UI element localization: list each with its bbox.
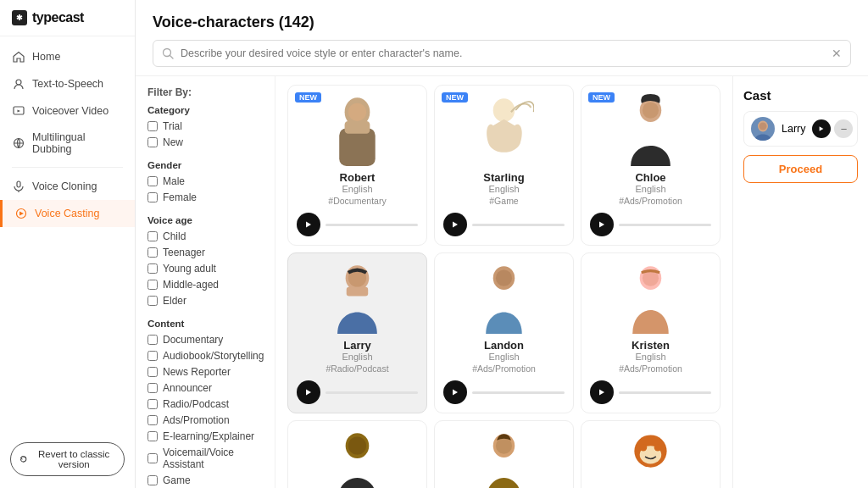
- search-clear-button[interactable]: ✕: [832, 47, 842, 60]
- filter-audiobook[interactable]: Audiobook/Storytelling: [147, 350, 263, 362]
- char-lang-robert: English: [297, 184, 418, 194]
- char-card-larry[interactable]: Larry English #Radio/Podcast: [287, 252, 427, 413]
- char-lang-chloe: English: [590, 184, 711, 194]
- char-info-larry: Larry English #Radio/Podcast: [297, 339, 418, 374]
- main-header: Voice-characters (142) ✕: [136, 0, 868, 76]
- sidebar-item-tts[interactable]: Text-to-Speech: [0, 70, 135, 97]
- filter-section-content: Content Documentary Audiobook/Storytelli…: [147, 319, 263, 488]
- voice-age-title: Voice age: [147, 215, 263, 225]
- cast-play-button-larry[interactable]: [812, 119, 831, 138]
- play-button-kristen[interactable]: [590, 380, 614, 404]
- tts-icon: [12, 77, 25, 91]
- char-card-chloe[interactable]: NEW Chloe English #Ads/Promotion: [581, 85, 721, 246]
- char-tag-larry: #Radio/Podcast: [297, 363, 418, 374]
- sidebar-item-voice-cloning[interactable]: Voice Cloning: [0, 173, 135, 200]
- filter-elder[interactable]: Elder: [147, 295, 263, 307]
- cast-item-larry: Larry −: [743, 111, 858, 147]
- filter-documentary[interactable]: Documentary: [147, 334, 263, 346]
- play-button-chloe[interactable]: [590, 213, 614, 236]
- char-card-kristen[interactable]: Kristen English #Ads/Promotion: [581, 252, 721, 413]
- char-card-ron[interactable]: Ron English #Documentary: [287, 420, 427, 488]
- proceed-button[interactable]: Proceed: [743, 155, 858, 183]
- filter-child[interactable]: Child: [147, 230, 263, 242]
- char-info-kristen: Kristen English #Ads/Promotion: [590, 339, 711, 374]
- filter-ads-promotion[interactable]: Ads/Promotion: [147, 414, 263, 426]
- filter-new[interactable]: New: [147, 136, 263, 148]
- new-badge: NEW: [442, 92, 468, 103]
- char-card-robert[interactable]: NEW Robert English #Documentary: [287, 85, 427, 246]
- filter-announcer[interactable]: Announcer: [147, 382, 263, 394]
- char-lang-starling: English: [443, 184, 565, 194]
- char-card-chester[interactable]: Chester English #Game: [581, 420, 721, 488]
- char-avatar-landon: [475, 262, 534, 334]
- filter-teenager[interactable]: Teenager: [147, 247, 263, 258]
- char-avatar-chloe: [621, 94, 681, 166]
- filter-voicemail[interactable]: Voicemail/Voice Assistant: [147, 446, 263, 470]
- play-button-landon[interactable]: [443, 380, 467, 404]
- search-input[interactable]: [181, 47, 825, 59]
- char-avatar-larry: [328, 262, 387, 334]
- multilingual-icon: [12, 136, 25, 150]
- char-lang-larry: English: [297, 352, 418, 362]
- filter-radio-podcast[interactable]: Radio/Podcast: [147, 398, 263, 410]
- sidebar-item-multilingual[interactable]: Multilingual Dubbing: [0, 125, 135, 162]
- filter-middle-aged[interactable]: Middle-aged: [147, 279, 263, 291]
- home-icon: [12, 50, 25, 64]
- char-card-starling[interactable]: NEW Starling English #Game: [434, 85, 574, 246]
- filter-young-adult[interactable]: Young adult: [147, 263, 263, 274]
- page-title: Voice-characters (142): [153, 14, 851, 31]
- svg-rect-15: [346, 287, 368, 297]
- filter-female[interactable]: Female: [147, 191, 263, 203]
- voice-cloning-icon: [12, 180, 25, 193]
- char-info-robert: Robert English #Documentary: [297, 171, 418, 206]
- cast-name-larry: Larry: [782, 123, 805, 135]
- char-card-landon[interactable]: Landon English #Ads/Promotion: [434, 252, 574, 413]
- cast-remove-button-larry[interactable]: −: [834, 119, 853, 138]
- play-button-starling[interactable]: [443, 213, 467, 236]
- char-lang-landon: English: [443, 352, 565, 362]
- svg-point-23: [495, 438, 511, 454]
- char-controls-chloe: [590, 213, 711, 236]
- revert-button[interactable]: Revert to classic version: [10, 442, 125, 476]
- filter-elearning[interactable]: E-learning/Explainer: [147, 430, 263, 442]
- filter-game[interactable]: Game: [147, 474, 263, 486]
- char-avatar-robert: [328, 94, 387, 166]
- filter-male[interactable]: Male: [147, 175, 263, 187]
- char-avatar-kristen: [621, 262, 681, 334]
- cast-panel: Cast Larry − Proceed: [732, 76, 868, 488]
- revert-button-label: Revert to classic version: [32, 449, 115, 469]
- cast-controls-larry: −: [812, 119, 853, 138]
- play-button-robert[interactable]: [297, 213, 320, 236]
- svg-point-26: [639, 444, 647, 452]
- search-icon: [162, 47, 174, 59]
- logo: ✱ typecast: [0, 0, 135, 36]
- char-name-starling: Starling: [443, 171, 565, 184]
- progress-bar-kristen: [619, 391, 711, 394]
- sidebar-item-voice-casting[interactable]: Voice Casting: [0, 200, 135, 227]
- char-name-larry: Larry: [297, 339, 418, 352]
- search-bar: ✕: [153, 40, 851, 67]
- sidebar-item-tts-label: Text-to-Speech: [32, 78, 103, 90]
- cast-avatar-larry: [751, 117, 775, 141]
- char-card-carol[interactable]: Carol English #Documentary: [434, 420, 574, 488]
- svg-point-21: [348, 437, 365, 455]
- svg-point-51: [760, 123, 767, 130]
- sidebar-item-home[interactable]: Home: [0, 43, 135, 70]
- svg-rect-7: [339, 128, 376, 166]
- svg-point-12: [642, 103, 658, 119]
- main-area: Voice-characters (142) ✕ Filter By: Cate…: [136, 0, 868, 488]
- filter-trial[interactable]: Trial: [147, 120, 263, 132]
- svg-point-17: [495, 270, 511, 286]
- char-name-landon: Landon: [443, 339, 565, 352]
- sidebar: ✱ typecast Home Text-to-Speech Voiceover…: [0, 0, 136, 488]
- char-avatar-carol: [475, 430, 534, 488]
- sidebar-item-voiceover[interactable]: Voiceover Video: [0, 97, 135, 125]
- characters-grid: NEW Robert English #Documentary NEW: [275, 76, 732, 488]
- sidebar-item-voice-cloning-label: Voice Cloning: [32, 180, 97, 192]
- sidebar-item-multilingual-label: Multilingual Dubbing: [32, 131, 123, 155]
- logo-icon: ✱: [12, 10, 27, 25]
- progress-bar-chloe: [619, 224, 711, 226]
- filter-news-reporter[interactable]: News Reporter: [147, 366, 263, 378]
- play-button-larry[interactable]: [297, 380, 320, 404]
- char-avatar-chester: [621, 430, 681, 488]
